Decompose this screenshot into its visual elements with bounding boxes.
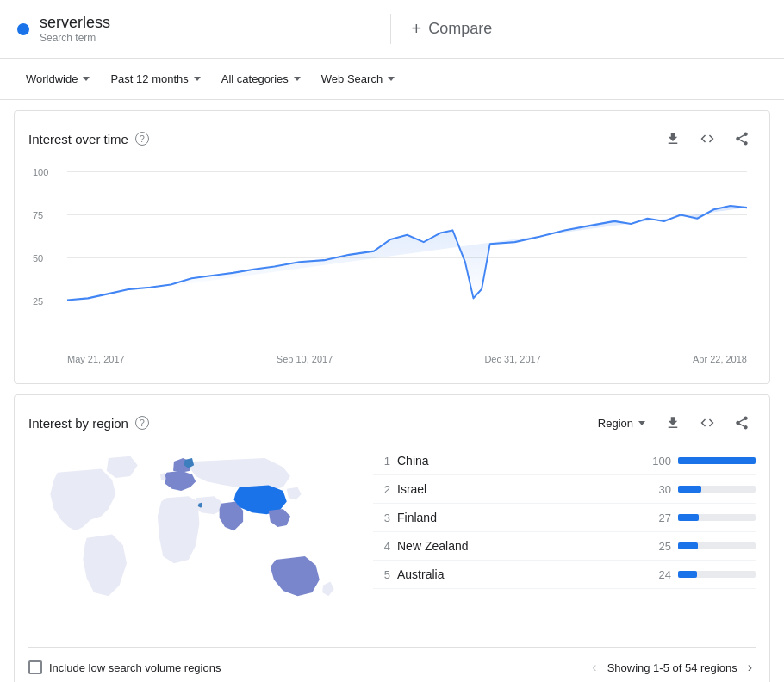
region-rank-2: 2: [373, 483, 390, 496]
grid-label-25: 25: [33, 296, 43, 307]
section-actions-region: Region: [591, 409, 756, 437]
region-name-3: Finland: [397, 511, 638, 524]
region-bar-container-2: [678, 486, 756, 493]
x-label-2: Dec 31, 2017: [484, 354, 540, 364]
x-label-1: Sep 10, 2017: [277, 354, 333, 364]
search-type-label: Web Search: [321, 72, 383, 85]
region-row: 3 Finland 27: [373, 504, 756, 532]
section-actions-time: [659, 125, 756, 152]
region-value-2: 30: [645, 483, 671, 496]
region-row: 4 New Zealand 25: [373, 532, 756, 561]
include-low-volume-group: Include low search volume regions: [28, 660, 221, 674]
region-name-5: Australia: [397, 567, 638, 581]
region-value-5: 24: [645, 568, 671, 581]
region-value-3: 27: [645, 512, 671, 524]
embed-icon-time[interactable]: [694, 125, 721, 152]
search-term-dot: [17, 23, 29, 35]
share-icon-time[interactable]: [728, 125, 756, 152]
pagination-next-arrow[interactable]: ›: [744, 656, 756, 679]
title-group-region: Interest by region ?: [28, 416, 149, 431]
pagination: ‹ Showing 1-5 of 54 regions ›: [588, 656, 756, 679]
region-rank-5: 5: [373, 568, 390, 581]
filters-bar: Worldwide Past 12 months All categories …: [0, 59, 784, 100]
share-icon-region[interactable]: [728, 409, 756, 437]
x-label-0: May 21, 2017: [67, 354, 125, 364]
section-header-time: Interest over time ?: [28, 125, 756, 152]
download-icon-region[interactable]: [659, 409, 687, 437]
compare-plus-icon: +: [412, 19, 422, 39]
region-row: 2 Israel 30: [373, 475, 756, 504]
region-value-4: 25: [645, 540, 671, 553]
region-selector-chevron-icon: [638, 421, 645, 425]
region-content: 1 China 100 2 Israel 30 3 Finland 27: [28, 447, 756, 636]
region-value-1: 100: [645, 455, 671, 468]
grid-label-75: 75: [33, 210, 43, 220]
region-footer: Include low search volume regions ‹ Show…: [28, 647, 756, 679]
title-group-time: Interest over time ?: [28, 132, 149, 146]
pagination-label: Showing 1-5 of 54 regions: [607, 661, 737, 674]
interest-by-region-section: Interest by region ? Region: [14, 394, 770, 682]
region-name-4: New Zealand: [397, 539, 638, 553]
chart-container-time: 100 75 50 25 May: [28, 163, 756, 369]
search-term-block: serverless Search term: [17, 14, 391, 44]
region-bar-container-4: [678, 542, 756, 549]
region-selector-button[interactable]: Region: [591, 413, 652, 433]
search-term-sublabel: Search term: [40, 32, 110, 44]
region-row: 5 Australia 24: [373, 561, 756, 589]
category-chevron-icon: [294, 77, 301, 81]
search-term-name: serverless: [40, 14, 110, 32]
time-chevron-icon: [194, 77, 201, 81]
region-row: 1 China 100: [373, 447, 756, 475]
grid-label-50: 50: [33, 253, 43, 264]
interest-over-time-section: Interest over time ? 100 75 50: [14, 110, 770, 384]
time-label: Past 12 months: [110, 72, 188, 85]
time-filter[interactable]: Past 12 months: [102, 67, 208, 90]
category-filter[interactable]: All categories: [213, 67, 309, 90]
region-bar-container-1: [678, 457, 756, 464]
x-label-3: Apr 22, 2018: [693, 354, 747, 364]
help-icon-region[interactable]: ?: [135, 416, 149, 430]
x-axis-labels: May 21, 2017 Sep 10, 2017 Dec 31, 2017 A…: [67, 354, 747, 364]
section-header-region: Interest by region ? Region: [28, 409, 756, 437]
region-bar-5: [678, 571, 697, 578]
region-rank-3: 3: [373, 512, 390, 524]
region-name-2: Israel: [397, 482, 638, 496]
compare-block[interactable]: + Compare: [391, 19, 768, 39]
embed-icon-region[interactable]: [694, 409, 721, 437]
category-label: All categories: [221, 72, 289, 85]
location-filter[interactable]: Worldwide: [17, 67, 98, 90]
search-type-filter[interactable]: Web Search: [313, 67, 403, 90]
region-bar-2: [678, 486, 701, 493]
region-selector-label: Region: [598, 417, 633, 430]
region-bar-1: [678, 457, 756, 464]
header: serverless Search term + Compare: [0, 0, 784, 59]
compare-label: Compare: [428, 20, 492, 38]
pagination-prev-arrow[interactable]: ‹: [588, 656, 600, 679]
region-list: 1 China 100 2 Israel 30 3 Finland 27: [373, 447, 756, 589]
region-bar-container-3: [678, 514, 756, 521]
include-low-volume-label: Include low search volume regions: [49, 661, 221, 674]
region-rank-1: 1: [373, 455, 390, 468]
download-icon-time[interactable]: [659, 125, 687, 152]
search-term-text: serverless Search term: [40, 14, 110, 44]
region-bar-container-5: [678, 571, 756, 578]
region-rank-4: 4: [373, 540, 390, 553]
search-type-chevron-icon: [388, 77, 395, 81]
region-bar-3: [678, 514, 699, 521]
location-label: Worldwide: [26, 72, 78, 85]
help-icon-time[interactable]: ?: [135, 132, 149, 146]
location-chevron-icon: [83, 77, 90, 81]
grid-label-100: 100: [33, 167, 48, 177]
world-map-container: [28, 447, 356, 636]
region-name-1: China: [397, 454, 638, 468]
world-map-svg: [28, 447, 356, 636]
section-title-time: Interest over time: [28, 132, 128, 146]
section-title-region: Interest by region: [28, 416, 128, 431]
region-bar-4: [678, 542, 698, 549]
include-low-volume-checkbox[interactable]: [28, 660, 42, 674]
line-chart-svg: [67, 171, 747, 344]
